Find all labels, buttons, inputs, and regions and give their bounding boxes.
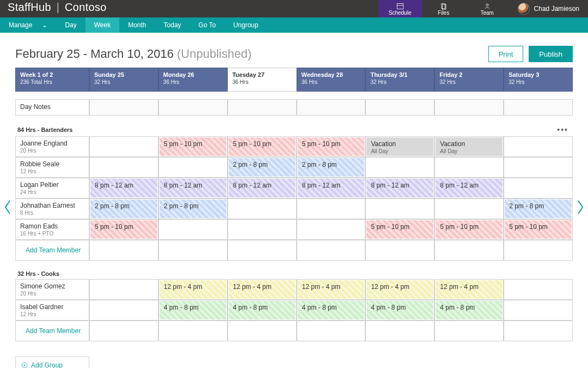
empty-cell[interactable]: [89, 240, 158, 261]
header-day-0[interactable]: Sunday 2532 Hrs: [89, 68, 158, 92]
menu-month[interactable]: Month: [119, 17, 155, 33]
shift-block[interactable]: 12 pm - 4 pm: [366, 280, 433, 299]
shift-block[interactable]: 12 pm - 4 pm: [229, 280, 296, 299]
shift-block[interactable]: 2 pm - 8 pm: [229, 158, 296, 177]
group-more-button[interactable]: •••: [557, 125, 568, 134]
employee-cell[interactable]: Logan Peltier24 Hrs: [15, 178, 89, 198]
nav-schedule[interactable]: Schedule: [378, 0, 422, 17]
shift-cell[interactable]: VacationAll Day: [365, 136, 434, 157]
day-note-cell[interactable]: [297, 99, 366, 116]
add-group-button[interactable]: Add Group: [15, 357, 89, 368]
employee-cell[interactable]: Joanne England20 Hrs: [15, 136, 89, 157]
empty-cell[interactable]: [365, 240, 434, 261]
shift-cell[interactable]: [89, 157, 158, 178]
shift-block[interactable]: 12 pm - 4 pm: [436, 280, 503, 299]
menu-manage[interactable]: Manage ⌄: [0, 17, 56, 33]
shift-block[interactable]: 5 pm - 10 pm: [505, 220, 572, 239]
empty-cell[interactable]: [89, 321, 158, 341]
shift-block[interactable]: 12 pm - 4 pm: [298, 280, 365, 299]
menu-week[interactable]: Week: [85, 17, 119, 33]
shift-cell[interactable]: [158, 157, 228, 178]
shift-cell[interactable]: 5 pm - 10 pm: [297, 136, 366, 157]
day-note-cell[interactable]: [434, 99, 504, 116]
shift-cell[interactable]: 4 pm - 8 pm: [228, 300, 297, 321]
shift-cell[interactable]: 8 pm - 12 am: [365, 178, 434, 198]
shift-block[interactable]: 2 pm - 8 pm: [90, 200, 157, 218]
menu-today[interactable]: Today: [155, 17, 190, 33]
shift-cell[interactable]: 4 pm - 8 pm: [434, 300, 504, 321]
empty-cell[interactable]: [504, 240, 573, 261]
shift-block[interactable]: 4 pm - 8 pm: [229, 301, 296, 319]
shift-cell[interactable]: 12 pm - 4 pm: [434, 279, 504, 300]
shift-block[interactable]: 4 pm - 8 pm: [436, 301, 503, 319]
shift-block[interactable]: 2 pm - 8 pm: [505, 200, 572, 218]
empty-cell[interactable]: [158, 321, 228, 341]
empty-cell[interactable]: [365, 321, 434, 341]
day-note-cell[interactable]: [504, 99, 573, 116]
shift-cell[interactable]: 5 pm - 10 pm: [365, 219, 434, 240]
employee-cell[interactable]: Johnathan Earnest8 Hrs: [15, 198, 89, 219]
shift-cell[interactable]: [504, 136, 573, 157]
menu-ungroup[interactable]: Ungroup: [224, 17, 267, 33]
empty-cell[interactable]: [158, 240, 228, 261]
shift-cell[interactable]: 5 pm - 10 pm: [434, 219, 504, 240]
shift-block[interactable]: 5 pm - 10 pm: [90, 220, 157, 239]
empty-cell[interactable]: [504, 321, 573, 341]
shift-cell[interactable]: 4 pm - 8 pm: [158, 300, 228, 321]
header-day-5[interactable]: Friday 232 Hrs: [434, 68, 504, 92]
shift-block[interactable]: 5 pm - 10 pm: [436, 220, 503, 239]
shift-cell[interactable]: 8 pm - 12 am: [89, 178, 158, 198]
shift-block[interactable]: 4 pm - 8 pm: [298, 301, 365, 319]
shift-cell[interactable]: 5 pm - 10 pm: [228, 136, 297, 157]
shift-cell[interactable]: 2 pm - 8 pm: [504, 198, 573, 219]
day-note-cell[interactable]: [89, 99, 158, 116]
nav-team[interactable]: Team: [465, 0, 509, 17]
empty-cell[interactable]: [228, 240, 297, 261]
shift-cell[interactable]: 12 pm - 4 pm: [297, 279, 366, 300]
shift-block[interactable]: 5 pm - 10 pm: [298, 137, 365, 156]
day-note-cell[interactable]: [228, 99, 297, 116]
employee-cell[interactable]: Simone Gomez20 Hrs: [15, 279, 89, 300]
shift-block[interactable]: VacationAll Day: [366, 137, 433, 156]
header-day-4[interactable]: Thursday 3/132 Hrs: [365, 68, 434, 92]
day-note-cell[interactable]: [158, 99, 228, 116]
shift-cell[interactable]: [228, 219, 297, 240]
shift-block[interactable]: 8 pm - 12 am: [436, 179, 503, 197]
print-button[interactable]: Print: [488, 46, 524, 62]
shift-cell[interactable]: 5 pm - 10 pm: [158, 136, 228, 157]
menu-goto[interactable]: Go To: [190, 17, 225, 33]
header-day-3[interactable]: Wednesday 2836 Hrs: [297, 68, 366, 92]
shift-cell[interactable]: 8 pm - 12 am: [434, 178, 504, 198]
shift-cell[interactable]: 8 pm - 12 am: [158, 178, 228, 198]
shift-block[interactable]: 8 pm - 12 am: [90, 179, 157, 197]
shift-cell[interactable]: 12 pm - 4 pm: [365, 279, 434, 300]
shift-block[interactable]: 8 pm - 12 am: [366, 179, 433, 197]
shift-cell[interactable]: [504, 279, 573, 300]
shift-cell[interactable]: [89, 136, 158, 157]
publish-button[interactable]: Publish: [529, 46, 573, 62]
shift-cell[interactable]: [365, 198, 434, 219]
shift-block[interactable]: 12 pm - 4 pm: [160, 280, 226, 299]
shift-block[interactable]: 5 pm - 10 pm: [229, 137, 296, 156]
shift-cell[interactable]: 2 pm - 8 pm: [228, 157, 297, 178]
shift-cell[interactable]: [89, 300, 158, 321]
shift-cell[interactable]: [297, 198, 366, 219]
shift-cell[interactable]: 8 pm - 12 am: [297, 178, 366, 198]
shift-cell[interactable]: [365, 157, 434, 178]
next-week-button[interactable]: [574, 196, 587, 218]
header-day-2[interactable]: Tuesday 2736 Hrs: [228, 68, 297, 92]
add-member-button[interactable]: Add Team Member: [15, 321, 89, 341]
shift-block[interactable]: 4 pm - 8 pm: [366, 301, 433, 319]
shift-cell[interactable]: VacationAll Day: [434, 136, 504, 157]
shift-cell[interactable]: 2 pm - 8 pm: [158, 198, 228, 219]
shift-cell[interactable]: [504, 178, 573, 198]
shift-cell[interactable]: [297, 219, 366, 240]
day-note-cell[interactable]: [365, 99, 434, 116]
shift-block[interactable]: 8 pm - 12 am: [229, 179, 296, 197]
menu-day[interactable]: Day: [56, 17, 85, 33]
empty-cell[interactable]: [434, 321, 504, 341]
shift-cell[interactable]: [504, 157, 573, 178]
empty-cell[interactable]: [297, 321, 366, 341]
shift-cell[interactable]: 5 pm - 10 pm: [89, 219, 158, 240]
shift-cell[interactable]: [158, 219, 228, 240]
